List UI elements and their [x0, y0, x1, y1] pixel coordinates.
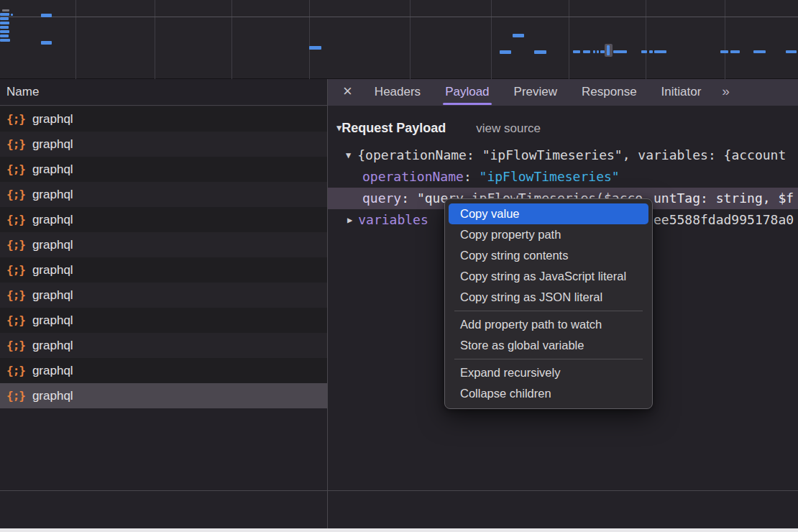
timeline-gridline: [231, 0, 232, 79]
timeline-request-bar[interactable]: [500, 50, 511, 54]
payload-root-node[interactable]: ▼{operationName: "ipFlowTimeseries", var…: [328, 145, 798, 166]
request-row[interactable]: {;}graphql: [0, 333, 327, 358]
menu-separator: [454, 311, 643, 311]
request-list: {;}graphql{;}graphql{;}graphql{;}graphql…: [0, 106, 327, 490]
more-tabs-icon[interactable]: »: [715, 79, 735, 106]
payload-property-operationName[interactable]: operationName: "ipFlowTimeseries": [328, 166, 798, 188]
collapse-triangle-icon[interactable]: ▼: [346, 150, 351, 160]
timeline-request-bar[interactable]: [607, 45, 610, 55]
request-row[interactable]: {;}graphql: [0, 232, 327, 257]
timeline-request-bar[interactable]: [309, 46, 321, 50]
timeline-request-bar[interactable]: [534, 50, 546, 54]
menu-item-copy-value[interactable]: Copy value: [449, 203, 648, 224]
timeline-request-bar[interactable]: [753, 50, 766, 53]
request-name: graphql: [32, 238, 73, 252]
fetch-json-icon: {;}: [6, 213, 25, 226]
request-row[interactable]: {;}graphql: [0, 257, 327, 283]
timeline-request-bar[interactable]: [730, 50, 740, 53]
property-key: operationName: [362, 169, 464, 184]
timeline-request-bar[interactable]: [0, 39, 10, 42]
section-title: Request Payload: [341, 121, 446, 135]
timeline-request-bar[interactable]: [593, 50, 595, 53]
request-name: graphql: [32, 162, 73, 177]
timeline-request-bar[interactable]: [0, 26, 9, 29]
timeline-request-bar[interactable]: [41, 14, 52, 17]
request-row[interactable]: {;}graphql: [0, 358, 327, 383]
window-bottom-edge: [0, 528, 798, 532]
timeline-gridline: [410, 0, 411, 79]
tab-initiator[interactable]: Initiator: [649, 79, 714, 106]
key-separator: :: [464, 169, 480, 184]
fetch-json-icon: {;}: [6, 364, 25, 377]
root-object-preview: {operationName: "ipFlowTimeseries", vari…: [357, 147, 786, 162]
request-name: graphql: [32, 339, 73, 353]
menu-item-copy-string-contents[interactable]: Copy string contents: [449, 245, 648, 266]
timeline-request-bar[interactable]: [513, 34, 524, 37]
request-name: graphql: [32, 288, 73, 303]
timeline-request-bar[interactable]: [0, 30, 9, 33]
devtools-network-panel: Name {;}graphql{;}graphql{;}graphql{;}gr…: [0, 0, 798, 532]
timeline-request-bar[interactable]: [0, 17, 9, 20]
fetch-json-icon: {;}: [6, 288, 25, 302]
timeline-divider-line: [0, 17, 798, 17]
menu-item-copy-property-path[interactable]: Copy property path: [449, 224, 648, 245]
property-value-right: ee5588fdad995178a0: [653, 209, 794, 231]
fetch-json-icon: {;}: [6, 162, 25, 176]
timeline-request-bar[interactable]: [11, 14, 13, 16]
menu-item-copy-string-as-json-literal[interactable]: Copy string as JSON literal: [449, 287, 648, 308]
context-menu: Copy valueCopy property pathCopy string …: [444, 198, 653, 409]
menu-item-add-property-path-to-watch[interactable]: Add property path to watch: [449, 314, 648, 335]
pane-divider[interactable]: [327, 79, 328, 528]
timeline-request-bar[interactable]: [573, 50, 580, 53]
request-row[interactable]: {;}graphql: [0, 207, 327, 232]
tab-preview[interactable]: Preview: [502, 79, 569, 106]
request-row[interactable]: {;}graphql: [0, 182, 327, 207]
timeline-request-bar[interactable]: [649, 50, 653, 53]
name-column-header[interactable]: Name: [0, 79, 327, 106]
network-overview-timeline[interactable]: [0, 0, 798, 79]
timeline-request-bar[interactable]: [41, 41, 52, 45]
view-source-link[interactable]: view source: [476, 121, 541, 135]
expand-triangle-icon[interactable]: ▶: [347, 215, 352, 225]
request-name: graphql: [32, 389, 73, 403]
request-row[interactable]: {;}graphql: [0, 283, 327, 308]
timeline-request-bar[interactable]: [2, 9, 9, 12]
fetch-json-icon: {;}: [6, 137, 25, 151]
menu-item-expand-recursively[interactable]: Expand recursively: [449, 362, 648, 383]
request-name: graphql: [32, 112, 73, 127]
fetch-json-icon: {;}: [6, 313, 25, 327]
fetch-json-icon: {;}: [6, 112, 25, 126]
tab-headers[interactable]: Headers: [362, 79, 433, 106]
timeline-gridline: [646, 0, 646, 79]
fetch-json-icon: {;}: [6, 263, 25, 277]
timeline-request-bar[interactable]: [0, 35, 9, 37]
timeline-request-bar[interactable]: [0, 13, 9, 16]
timeline-request-bar[interactable]: [641, 50, 647, 53]
request-row[interactable]: {;}graphql: [0, 132, 327, 157]
timeline-request-bar[interactable]: [786, 50, 797, 53]
menu-separator: [454, 359, 643, 359]
timeline-request-bar[interactable]: [720, 50, 728, 53]
timeline-gridline: [309, 0, 310, 79]
footer-divider: [0, 490, 798, 491]
fetch-json-icon: {;}: [6, 339, 25, 352]
tab-response[interactable]: Response: [569, 79, 649, 106]
menu-item-copy-string-as-javascript-literal[interactable]: Copy string as JavaScript literal: [449, 266, 648, 287]
request-row[interactable]: {;}graphql: [0, 157, 327, 182]
request-row[interactable]: {;}graphql: [0, 383, 327, 408]
request-row[interactable]: {;}graphql: [0, 106, 327, 132]
timeline-request-bar[interactable]: [0, 22, 9, 24]
timeline-request-bar[interactable]: [654, 50, 666, 53]
detail-tab-bar: × HeadersPayloadPreviewResponseInitiator…: [328, 79, 798, 106]
request-row[interactable]: {;}graphql: [0, 308, 327, 333]
timeline-request-bar[interactable]: [583, 50, 590, 53]
timeline-gridline: [491, 0, 492, 79]
request-name: graphql: [32, 313, 73, 328]
menu-item-collapse-children[interactable]: Collapse children: [449, 383, 648, 404]
timeline-request-bar[interactable]: [613, 50, 627, 53]
menu-item-store-as-global-variable[interactable]: Store as global variable: [449, 335, 648, 356]
property-key: query: [362, 191, 401, 206]
timeline-request-bar[interactable]: [597, 50, 599, 53]
close-icon[interactable]: ×: [328, 79, 362, 106]
tab-payload[interactable]: Payload: [433, 79, 501, 106]
